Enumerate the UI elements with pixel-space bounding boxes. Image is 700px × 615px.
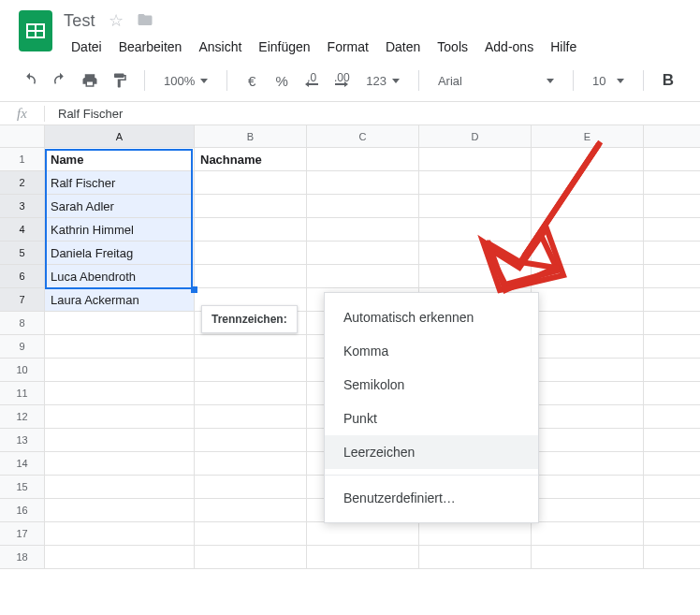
menu-addons[interactable]: Add-ons [477, 36, 541, 58]
currency-button[interactable]: € [239, 67, 265, 94]
row-header[interactable]: 2 [0, 171, 45, 194]
cell-A10[interactable] [45, 359, 195, 381]
dd-item-komma[interactable]: Komma [325, 334, 538, 368]
cell-C3[interactable] [307, 195, 419, 217]
cell-E13[interactable] [532, 429, 644, 451]
row-header[interactable]: 16 [0, 499, 45, 521]
font-size-dropdown[interactable]: 10 [585, 67, 632, 94]
cell-D17[interactable] [419, 522, 532, 545]
cell-B18[interactable] [195, 546, 307, 568]
cell-A2[interactable]: Ralf Fischer [45, 171, 195, 194]
menu-ansicht[interactable]: Ansicht [191, 36, 249, 58]
row-header[interactable]: 8 [0, 312, 45, 334]
cell-D2[interactable] [419, 171, 532, 194]
cell-E18[interactable] [532, 546, 644, 568]
bold-button[interactable]: B [655, 67, 681, 94]
zoom-dropdown[interactable]: 100% [156, 67, 215, 94]
col-header-b[interactable]: B [195, 125, 307, 147]
col-header-e[interactable]: E [532, 125, 644, 147]
spreadsheet-grid[interactable]: A B C D E 1NameNachname2Ralf Fischer3Sar… [0, 125, 700, 569]
cell-E16[interactable] [532, 499, 644, 521]
row-header[interactable]: 1 [0, 148, 45, 170]
cell-E15[interactable] [532, 476, 644, 498]
cell-A16[interactable] [45, 499, 195, 521]
row-header[interactable]: 6 [0, 265, 45, 287]
row-header[interactable]: 17 [0, 522, 45, 545]
dd-item-auto[interactable]: Automatisch erkennen [325, 300, 538, 334]
cell-D4[interactable] [419, 218, 532, 241]
cell-B9[interactable] [195, 335, 307, 358]
increase-decimal-button[interactable]: .00 [328, 67, 355, 94]
cell-A8[interactable] [45, 312, 195, 334]
number-format-dropdown[interactable]: 123 [358, 67, 407, 94]
cell-A15[interactable] [45, 476, 195, 498]
cell-E12[interactable] [532, 405, 644, 428]
cell-C4[interactable] [307, 218, 419, 241]
cell-B11[interactable] [195, 382, 307, 404]
percent-button[interactable]: % [269, 67, 295, 94]
cell-E6[interactable] [532, 265, 644, 287]
separator-chip[interactable]: Trennzeichen: [201, 305, 298, 333]
cell-A14[interactable] [45, 452, 195, 475]
col-header-d[interactable]: D [419, 125, 532, 147]
cell-E2[interactable] [532, 171, 644, 194]
cell-A11[interactable] [45, 382, 195, 404]
row-header[interactable]: 4 [0, 218, 45, 241]
cell-D6[interactable] [419, 265, 532, 287]
cell-C6[interactable] [307, 265, 419, 287]
cell-A9[interactable] [45, 335, 195, 358]
dd-item-leerzeichen[interactable]: Leerzeichen [325, 435, 538, 469]
cell-A17[interactable] [45, 522, 195, 545]
doc-title[interactable]: Test [64, 11, 95, 31]
cell-B15[interactable] [195, 476, 307, 498]
cell-B6[interactable] [195, 265, 307, 287]
row-header[interactable]: 3 [0, 195, 45, 217]
formula-input[interactable]: Ralf Fischer [45, 107, 123, 121]
cell-C17[interactable] [307, 522, 419, 545]
dd-item-punkt[interactable]: Punkt [325, 402, 538, 435]
row-header[interactable]: 10 [0, 359, 45, 381]
cell-E8[interactable] [532, 312, 644, 334]
cell-B4[interactable] [195, 218, 307, 241]
row-header[interactable]: 9 [0, 335, 45, 358]
cell-A12[interactable] [45, 405, 195, 428]
cell-D1[interactable] [419, 148, 532, 170]
col-header-a[interactable]: A [45, 125, 195, 147]
redo-button[interactable] [47, 67, 73, 94]
menu-bearbeiten[interactable]: Bearbeiten [111, 36, 190, 58]
cell-B1[interactable]: Nachname [195, 148, 307, 170]
cell-C18[interactable] [307, 546, 419, 568]
cell-D3[interactable] [419, 195, 532, 217]
cell-B10[interactable] [195, 359, 307, 381]
cell-A1[interactable]: Name [45, 148, 195, 170]
row-header[interactable]: 11 [0, 382, 45, 404]
menu-datei[interactable]: Datei [64, 36, 109, 58]
undo-button[interactable] [17, 67, 43, 94]
cell-B3[interactable] [195, 195, 307, 217]
decrease-decimal-button[interactable]: .0 [299, 67, 325, 94]
cell-D18[interactable] [419, 546, 532, 568]
cell-E17[interactable] [532, 522, 644, 545]
cell-E11[interactable] [532, 382, 644, 404]
row-header[interactable]: 7 [0, 288, 45, 311]
cell-E7[interactable] [532, 288, 644, 311]
folder-icon[interactable] [137, 11, 153, 31]
star-icon[interactable]: ☆ [109, 10, 124, 31]
dd-item-semikolon[interactable]: Semikolon [325, 368, 538, 402]
cell-B14[interactable] [195, 452, 307, 475]
row-header[interactable]: 13 [0, 429, 45, 451]
paint-format-button[interactable] [107, 67, 133, 94]
cell-B5[interactable] [195, 242, 307, 264]
select-all-corner[interactable] [0, 125, 45, 147]
cell-E9[interactable] [532, 335, 644, 358]
cell-E1[interactable] [532, 148, 644, 170]
cell-E5[interactable] [532, 242, 644, 264]
menu-format[interactable]: Format [320, 36, 376, 58]
cell-A7[interactable]: Laura Ackerman [45, 288, 195, 311]
cell-B17[interactable] [195, 522, 307, 545]
cell-B13[interactable] [195, 429, 307, 451]
row-header[interactable]: 5 [0, 242, 45, 264]
cell-E10[interactable] [532, 359, 644, 381]
cell-A5[interactable]: Daniela Freitag [45, 242, 195, 264]
cell-A3[interactable]: Sarah Adler [45, 195, 195, 217]
